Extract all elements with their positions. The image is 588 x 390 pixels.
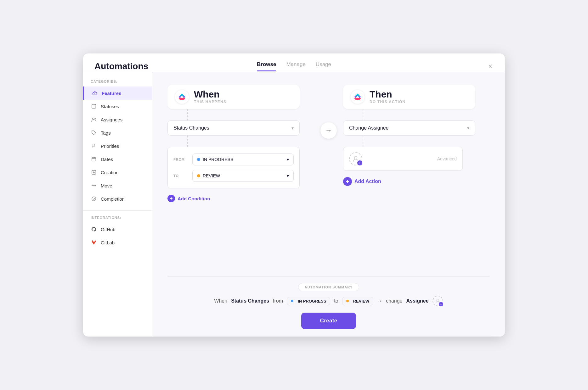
- automation-builder: When THIS HAPPENS Status Changes ▾ FROM: [167, 85, 490, 276]
- sidebar-item-creation-label: Creation: [101, 170, 119, 175]
- sidebar-item-move-label: Move: [101, 183, 112, 188]
- categories-label: CATEGORIES:: [83, 80, 152, 86]
- summary-status-changes: Status Changes: [231, 298, 269, 304]
- check-circle-icon: [91, 196, 97, 202]
- conditions-box: FROM IN PROGRESS ▾ TO: [167, 147, 300, 188]
- when-header-sub: THIS HAPPENS: [194, 100, 226, 104]
- sidebar-item-completion[interactable]: Completion: [83, 192, 152, 205]
- sidebar-item-priorities[interactable]: Priorities: [83, 139, 152, 153]
- summary-when-text: When: [214, 298, 227, 304]
- dashed-connector-2: [187, 136, 188, 147]
- modal-body: CATEGORIES: Features Statuses: [83, 72, 505, 337]
- sidebar-item-move[interactable]: Move: [83, 179, 152, 192]
- advanced-link[interactable]: Advanced: [437, 156, 457, 161]
- when-header-main: When: [194, 90, 226, 99]
- add-condition-plus-icon: +: [167, 195, 175, 202]
- modal-title: Automations: [94, 61, 148, 71]
- close-button[interactable]: ×: [487, 61, 494, 72]
- sidebar-item-features[interactable]: Features: [83, 86, 152, 100]
- add-action-plus-icon: +: [343, 177, 352, 186]
- when-panel-header: When THIS HAPPENS: [167, 85, 300, 109]
- sidebar-item-gitlab[interactable]: GitLab: [83, 236, 152, 249]
- square-icon: [91, 103, 97, 109]
- sidebar-item-dates-label: Dates: [101, 157, 113, 162]
- trigger-chevron-icon: ▾: [291, 125, 294, 131]
- action-chevron-icon: ▾: [467, 125, 469, 131]
- svg-rect-5: [92, 158, 96, 161]
- action-select[interactable]: Change Assignee ▾: [343, 120, 475, 136]
- from-condition-row: FROM IN PROGRESS ▾: [173, 153, 294, 165]
- then-logo: [351, 90, 365, 104]
- from-select[interactable]: IN PROGRESS ▾: [192, 153, 294, 165]
- summary-in-progress-value: IN PROGRESS: [298, 299, 326, 304]
- add-action-button[interactable]: + Add Action: [343, 177, 381, 186]
- summary-avatar-plus-icon: +: [439, 302, 443, 306]
- summary-in-progress-dot: [291, 300, 293, 302]
- svg-point-8: [354, 156, 357, 159]
- when-panel: When THIS HAPPENS Status Changes ▾ FROM: [167, 85, 314, 202]
- tab-usage[interactable]: Usage: [316, 61, 331, 71]
- from-label: FROM: [173, 158, 189, 161]
- then-panel-header: Then DO THIS ACTION: [343, 85, 475, 109]
- sidebar-item-creation[interactable]: Creation: [83, 166, 152, 179]
- then-header-main: Then: [370, 90, 405, 99]
- summary-chip-review: REVIEW: [342, 297, 373, 305]
- when-logo: [175, 90, 189, 104]
- sidebar-item-tags-label: Tags: [101, 130, 111, 136]
- from-status-dot: [197, 158, 200, 161]
- to-chevron-icon: ▾: [287, 173, 289, 178]
- create-button[interactable]: Create: [301, 313, 356, 329]
- sidebar-item-assignees[interactable]: Assignees: [83, 113, 152, 126]
- sidebar-item-statuses-label: Statuses: [101, 104, 119, 109]
- assignee-avatar[interactable]: +: [349, 152, 362, 165]
- crown-icon: [92, 90, 98, 96]
- tabs-nav: Browse Manage Usage: [257, 61, 331, 71]
- sidebar-item-assignees-label: Assignees: [101, 117, 122, 122]
- then-header-sub: DO THIS ACTION: [370, 100, 405, 104]
- add-action-label: Add Action: [354, 179, 381, 184]
- from-select-value: IN PROGRESS: [203, 157, 233, 162]
- assignee-action-box: + Advanced: [343, 147, 463, 171]
- svg-point-2: [93, 118, 94, 120]
- summary-section: AUTOMATION SUMMARY When Status Changes f…: [167, 276, 490, 329]
- add-condition-button[interactable]: + Add Condition: [167, 195, 210, 202]
- when-panel-text: When THIS HAPPENS: [194, 90, 226, 104]
- summary-arrow-text: →: [377, 298, 382, 304]
- sidebar-item-github[interactable]: GitHub: [83, 223, 152, 236]
- assignee-plus-icon: +: [357, 160, 362, 165]
- action-select-value: Change Assignee: [349, 125, 388, 131]
- arrow-circle: →: [320, 122, 337, 139]
- modal-header: Automations Browse Manage Usage ×: [83, 53, 505, 72]
- svg-rect-1: [92, 104, 96, 109]
- summary-chip-in-progress: IN PROGRESS: [287, 297, 330, 305]
- summary-bar: When Status Changes from IN PROGRESS to …: [167, 296, 490, 306]
- sidebar-divider: [83, 210, 152, 211]
- sidebar-item-completion-label: Completion: [101, 196, 125, 202]
- summary-label: AUTOMATION SUMMARY: [167, 283, 490, 291]
- svg-point-9: [437, 299, 439, 301]
- from-chevron-icon: ▾: [287, 157, 289, 162]
- summary-assignee: Assignee: [406, 298, 429, 304]
- arrow-connector: →: [314, 122, 343, 139]
- summary-change-text: change: [386, 298, 403, 304]
- svg-point-0: [94, 91, 95, 92]
- tab-manage[interactable]: Manage: [286, 61, 305, 71]
- tab-browse[interactable]: Browse: [257, 61, 276, 71]
- trigger-select[interactable]: Status Changes ▾: [167, 120, 300, 136]
- people-icon: [91, 116, 97, 123]
- sidebar-item-tags[interactable]: Tags: [83, 126, 152, 139]
- sidebar-item-dates[interactable]: Dates: [83, 153, 152, 166]
- to-select-content: REVIEW: [197, 173, 220, 178]
- summary-from-text: from: [273, 298, 283, 304]
- then-panel-text: Then DO THIS ACTION: [370, 90, 405, 104]
- sidebar-item-priorities-label: Priorities: [101, 143, 119, 149]
- plus-square-icon: [91, 169, 97, 176]
- tag-icon: [91, 130, 97, 136]
- sidebar-item-statuses[interactable]: Statuses: [83, 100, 152, 113]
- dashed-connector-1: [187, 109, 188, 120]
- sidebar-item-github-label: GitHub: [101, 227, 116, 232]
- calendar-icon: [91, 156, 97, 162]
- move-icon: [91, 182, 97, 189]
- trigger-select-value: Status Changes: [173, 125, 209, 131]
- to-select[interactable]: REVIEW ▾: [192, 170, 294, 182]
